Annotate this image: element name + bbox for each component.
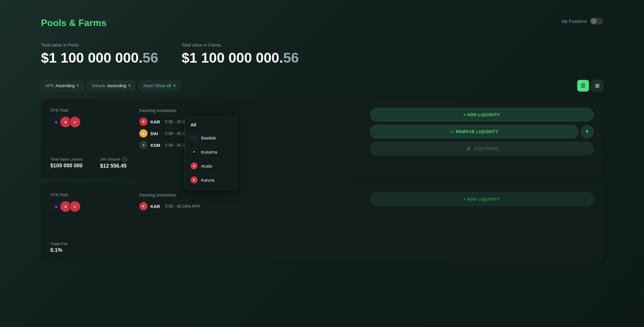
chevron-down-icon: ▼: [585, 129, 590, 134]
pool-header: XYK Pool A K: [50, 108, 132, 145]
add-liquidity-button-1[interactable]: + ADD LIQUIDITY: [370, 108, 594, 121]
incentive-dai: ◈ DAI 5.66 - 45.24% APR: [139, 129, 363, 137]
remove-liquidity-row: — REMOVE LIQUIDITY ▼: [370, 125, 594, 138]
view-toggle: ☰ ⊞: [577, 80, 603, 92]
farming-incentives-1: Farming Incentives K KAR 5.66 - 45.24% A…: [139, 108, 363, 153]
kusama-dropdown-icon: [191, 148, 198, 155]
dropdown-item-acala[interactable]: A Acala: [185, 159, 237, 173]
kar-name: KAR: [150, 119, 162, 124]
pool2-kar-name: KAR: [150, 204, 162, 209]
asset-value: Show All: [155, 83, 171, 88]
all-label: All: [191, 122, 196, 127]
asset-filter[interactable]: Asset Show All ▼: [139, 81, 181, 91]
farming-label-2: Farming Incentives: [139, 192, 363, 197]
pool-actions-2: + ADD LIQUIDITY: [370, 192, 594, 206]
asset-filter-dropdown: All Basilisk Kusama A Acala K Karura: [184, 116, 237, 190]
page-title: Pools & Farms: [41, 18, 603, 28]
trade-fee-block: Trade Fee 0.1%: [50, 242, 68, 253]
pools-label: Total value in Pools: [41, 42, 158, 47]
pool-bottom-stats: Total Value Locked $100 000 000 24h Volu…: [50, 157, 132, 169]
basilisk-label: Basilisk: [201, 135, 216, 140]
svg-point-0: [53, 119, 59, 125]
my-positions-toggle[interactable]: [590, 18, 603, 25]
dropdown-item-karura[interactable]: K Karura: [185, 173, 237, 187]
add-liquidity-button-2[interactable]: + ADD LIQUIDITY: [370, 192, 594, 206]
svg-text:A: A: [64, 120, 67, 124]
volume-filter[interactable]: Volume Ascending ⇅: [87, 81, 135, 91]
dropdown-item-basilisk[interactable]: Basilisk: [185, 131, 237, 145]
pool2-info-left: XYK Pool A K Trade Fee 0.1%: [50, 192, 132, 253]
dropdown-item-kusama[interactable]: Kusama: [185, 145, 237, 159]
dai-incentive-icon: ◈: [139, 129, 148, 137]
svg-text:K: K: [74, 205, 76, 208]
farms-stat: Total value in Farms $1 100 000 000.56: [181, 42, 299, 66]
grid-view-button[interactable]: ⊞: [591, 80, 603, 92]
incentive-kar: K KAR 5.66 - 45.24% APR: [139, 118, 363, 126]
asset-label: Asset: [143, 83, 153, 88]
tvl-block: Total Value Locked $100 000 000: [50, 157, 83, 169]
svg-point-1: [56, 122, 57, 123]
ksm-incentive-icon: ✦: [139, 141, 148, 149]
remove-liquidity-chevron[interactable]: ▼: [581, 125, 594, 138]
volume-block: 24h Volume i $12 556.45: [100, 157, 127, 169]
volume-value: Ascending: [107, 83, 126, 88]
join-farm-icon: ⚡: [466, 146, 471, 151]
farms-decimal: 56: [283, 50, 299, 66]
svg-point-9: [56, 207, 57, 208]
join-farm-button-1[interactable]: ⚡ JOIN FARM: [370, 142, 594, 155]
kusama-label: Kusama: [201, 149, 217, 154]
tvl-value: $100 000 000: [50, 163, 83, 169]
pool-actions-1: + ADD LIQUIDITY — REMOVE LIQUIDITY ▼ ⚡ J…: [370, 108, 594, 155]
pools-decimal: 56: [143, 50, 158, 66]
farming-label-1: Farming Incentives: [139, 108, 363, 113]
info-icon: i: [122, 157, 127, 162]
svg-point-8: [53, 204, 59, 209]
apr-filter[interactable]: APR Ascending ⇅: [41, 81, 84, 91]
pools-value: $1 100 000 000.: [41, 50, 143, 66]
asset-arrow-icon: ▼: [173, 84, 176, 88]
apr-label: APR: [45, 83, 54, 88]
trade-fee-label: Trade Fee: [50, 242, 68, 246]
farms-value: $1 100 000 000.: [181, 50, 283, 66]
pool-card-2: XYK Pool A K Trade Fee 0.1% Farming Ince…: [41, 183, 603, 263]
volume-label: Volume: [92, 83, 105, 88]
trade-fee-value: 0.1%: [50, 247, 68, 253]
volume-value: $12 556.45: [100, 163, 127, 169]
pool-type-label: XYK Pool: [50, 108, 132, 113]
acala-dropdown-icon: A: [191, 162, 198, 169]
volume-24h-label: 24h Volume i: [100, 157, 127, 162]
apr-arrow-icon: ⇅: [76, 84, 79, 88]
pool2-kar-incentive-icon: K: [139, 202, 148, 210]
svg-text:K: K: [74, 121, 76, 124]
ksm-name: KSM: [150, 143, 162, 148]
kar-icon: K: [69, 116, 81, 128]
dai-name: DAI: [150, 131, 162, 136]
pool2-incentive-kar: K KAR 5.66 - 45.24% APR: [139, 202, 363, 210]
remove-liquidity-button-1[interactable]: — REMOVE LIQUIDITY: [370, 125, 578, 138]
dropdown-item-all[interactable]: All: [185, 119, 237, 131]
incentive-ksm: ✦ KSM 5.66 - 45.24% APR: [139, 141, 363, 149]
acala-label: Acala: [201, 163, 212, 168]
pool2-kar-apr: 5.66 - 45.24% APR: [165, 204, 200, 209]
basilisk-dropdown-icon: [191, 134, 198, 141]
karura-label: Karura: [201, 178, 214, 183]
pools-stat: Total value in Pools $1 100 000 000.56: [41, 42, 158, 66]
pool-info-left: XYK Pool A K Total Value Locked $100 000…: [50, 108, 132, 169]
pool2-type-label: XYK Pool: [50, 192, 132, 197]
filters-bar: APR Ascending ⇅ Volume Ascending ⇅ Asset…: [41, 80, 603, 92]
my-positions-label: My Positions: [562, 19, 587, 24]
pool-card-1: XYK Pool A K Total Value Locked $100 000…: [41, 99, 603, 178]
farming-incentives-2: Farming Incentives K KAR 5.66 - 45.24% A…: [139, 192, 363, 214]
pool2-kar-icon: K: [69, 201, 81, 212]
svg-text:A: A: [64, 205, 67, 208]
kar-incentive-icon: K: [139, 118, 148, 126]
apr-value: Ascending: [56, 83, 75, 88]
volume-arrow-icon: ⇅: [128, 84, 131, 88]
pool-token-icons: A K: [50, 116, 132, 128]
pool2-token-icons: A K: [50, 201, 132, 212]
karura-dropdown-icon: K: [191, 176, 198, 183]
pool2-bottom-stats: Trade Fee 0.1%: [50, 242, 132, 253]
list-view-button[interactable]: ☰: [577, 80, 589, 92]
tvl-label: Total Value Locked: [50, 157, 83, 161]
pool2-header: XYK Pool A K: [50, 192, 132, 230]
